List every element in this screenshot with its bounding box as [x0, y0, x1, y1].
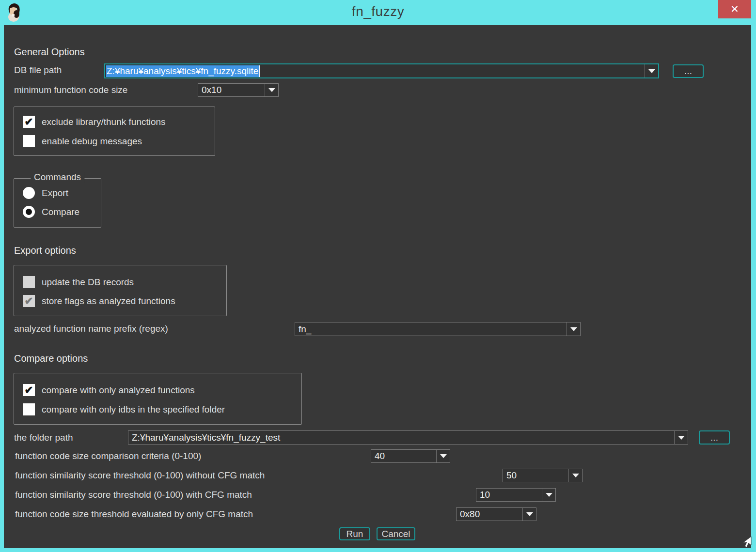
checkbox-label: store flags as analyzed functions: [42, 296, 175, 307]
score-with-cfg-label: function similarity score threshold (0-1…: [15, 490, 252, 500]
size-threshold-cfg-dropdown-button[interactable]: [522, 508, 536, 521]
compare-radio[interactable]: [23, 206, 35, 218]
cancel-button[interactable]: Cancel: [377, 527, 415, 540]
prefix-combo[interactable]: fn_: [295, 322, 581, 336]
store-flags-row: ✔ store flags as analyzed functions: [23, 295, 175, 307]
min-code-size-label: minimum function code size: [14, 85, 127, 95]
window-title: fn_fuzzy: [0, 4, 756, 19]
radio-label[interactable]: Export: [42, 188, 68, 199]
size-criteria-label: function code size comparison criteria (…: [15, 451, 201, 461]
db-path-dropdown-button[interactable]: [645, 64, 658, 77]
dialog-body: General Options DB file path Z:¥haru¥ana…: [4, 25, 751, 548]
update-db-checkbox[interactable]: [23, 276, 35, 288]
enable-debug-row[interactable]: enable debug messages: [23, 135, 142, 147]
checkbox-label: update the DB records: [42, 277, 134, 288]
mouse-cursor: [739, 536, 753, 551]
titlebar: fn_fuzzy ✕: [0, 0, 756, 25]
chevron-down-icon: [268, 88, 275, 92]
compare-idbs-checkbox[interactable]: [23, 403, 35, 415]
chevron-down-icon: [570, 327, 577, 331]
score-without-cfg-dropdown-button[interactable]: [568, 469, 582, 482]
general-options-heading: General Options: [14, 46, 85, 58]
score-with-cfg-value[interactable]: 10: [476, 489, 542, 501]
folder-path-label: the folder path: [14, 432, 73, 443]
general-checkbox-group: ✔ exclude library/thunk functions enable…: [14, 107, 215, 156]
prefix-dropdown-button[interactable]: [567, 322, 580, 336]
score-with-cfg-combo[interactable]: 10: [476, 488, 556, 502]
checkbox-label[interactable]: compare with only analyzed functions: [42, 385, 195, 396]
update-db-row: update the DB records: [23, 276, 134, 288]
checkbox-label[interactable]: exclude library/thunk functions: [42, 117, 166, 127]
size-threshold-cfg-combo[interactable]: 0x80: [456, 507, 536, 521]
score-with-cfg-dropdown-button[interactable]: [542, 489, 555, 501]
close-icon: ✕: [730, 3, 739, 15]
prefix-label: analyzed function name prefix (regex): [14, 323, 168, 334]
export-radio[interactable]: [23, 187, 35, 199]
chevron-down-icon: [526, 512, 533, 516]
folder-browse-button[interactable]: ...: [699, 430, 730, 445]
size-criteria-combo[interactable]: 40: [371, 449, 450, 463]
checkbox-label[interactable]: enable debug messages: [42, 136, 142, 147]
score-without-cfg-value[interactable]: 50: [503, 469, 568, 482]
min-code-size-value[interactable]: 0x10: [198, 84, 265, 96]
radio-label[interactable]: Compare: [42, 207, 79, 217]
chevron-down-icon: [648, 69, 655, 73]
fn-fuzzy-dialog: fn_fuzzy ✕ General Options DB file path …: [0, 0, 756, 552]
chevron-down-icon: [678, 436, 685, 440]
text-caret: [259, 65, 260, 77]
enable-debug-checkbox[interactable]: [23, 135, 35, 147]
close-button[interactable]: ✕: [718, 0, 751, 18]
exclude-library-row[interactable]: ✔ exclude library/thunk functions: [23, 116, 166, 128]
store-flags-checkbox[interactable]: ✔: [23, 295, 35, 307]
compare-options-heading: Compare options: [14, 353, 88, 364]
commands-legend: Commands: [31, 172, 84, 183]
commands-group: Commands Export Compare: [14, 178, 101, 228]
score-without-cfg-label: function similarity score threshold (0-1…: [15, 470, 265, 481]
db-file-path-label: DB file path: [14, 65, 62, 76]
min-code-size-combo[interactable]: 0x10: [198, 83, 279, 97]
export-checkbox-group: update the DB records ✔ store flags as a…: [14, 265, 227, 316]
size-criteria-value[interactable]: 40: [371, 450, 436, 462]
run-button[interactable]: Run: [339, 527, 370, 540]
size-threshold-cfg-label: function code size threshold evaluated b…: [15, 509, 253, 520]
radio-selected-dot: [26, 209, 32, 215]
compare-idbs-row[interactable]: compare with only idbs in the specified …: [23, 403, 225, 415]
export-options-heading: Export options: [14, 245, 76, 256]
checkbox-label[interactable]: compare with only idbs in the specified …: [42, 404, 225, 415]
prefix-value[interactable]: fn_: [295, 322, 567, 336]
score-without-cfg-combo[interactable]: 50: [503, 469, 583, 482]
compare-checkbox-group: ✔ compare with only analyzed functions c…: [14, 373, 302, 425]
exclude-library-checkbox[interactable]: ✔: [23, 116, 35, 128]
chevron-down-icon: [440, 454, 447, 458]
db-path-browse-button[interactable]: ...: [673, 64, 704, 78]
chevron-down-icon: [572, 474, 579, 477]
size-criteria-dropdown-button[interactable]: [436, 450, 450, 462]
chevron-down-icon: [546, 493, 552, 497]
compare-analyzed-checkbox[interactable]: ✔: [23, 384, 35, 396]
folder-path-combo[interactable]: Z:¥haru¥analysis¥tics¥fn_fuzzy_test: [128, 430, 688, 445]
compare-analyzed-row[interactable]: ✔ compare with only analyzed functions: [23, 384, 195, 396]
db-file-path-value[interactable]: Z:¥haru¥analysis¥tics¥fn_fuzzy.sqlite: [106, 65, 259, 77]
folder-path-value[interactable]: Z:¥haru¥analysis¥tics¥fn_fuzzy_test: [128, 431, 674, 444]
db-file-path-combo[interactable]: Z:¥haru¥analysis¥tics¥fn_fuzzy.sqlite: [104, 63, 659, 78]
export-radio-row[interactable]: Export: [23, 187, 68, 199]
folder-path-dropdown-button[interactable]: [674, 431, 688, 444]
min-code-size-dropdown-button[interactable]: [265, 84, 278, 96]
compare-radio-row[interactable]: Compare: [23, 206, 79, 218]
size-threshold-cfg-value[interactable]: 0x80: [457, 508, 522, 521]
